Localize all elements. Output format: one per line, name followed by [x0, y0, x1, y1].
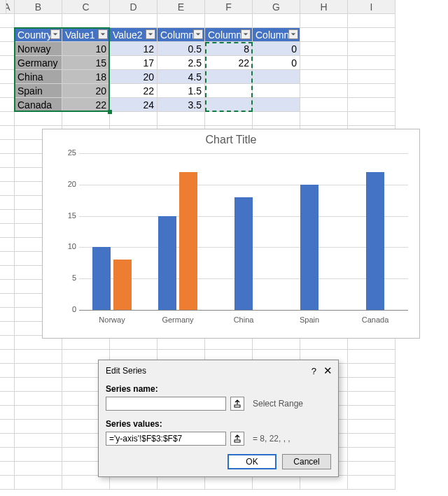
cell[interactable] [348, 112, 396, 126]
cell[interactable] [62, 476, 110, 490]
help-icon[interactable]: ? [312, 366, 316, 376]
cell[interactable] [253, 14, 300, 28]
col-header[interactable]: I [348, 0, 396, 14]
ok-button[interactable]: OK [227, 454, 276, 469]
cell[interactable] [158, 112, 205, 126]
table-cell[interactable]: 8 [205, 42, 253, 56]
cell[interactable] [15, 406, 62, 420]
cell[interactable] [0, 224, 15, 238]
cell[interactable] [0, 420, 15, 434]
table-cell[interactable]: 20 [110, 70, 158, 84]
cell[interactable] [300, 112, 348, 126]
cell[interactable] [15, 434, 62, 448]
table-header[interactable]: Column [253, 28, 300, 42]
cell[interactable] [205, 112, 253, 126]
table-cell[interactable] [205, 70, 253, 84]
cell[interactable] [0, 98, 15, 112]
cell[interactable] [0, 294, 15, 308]
cell[interactable] [0, 280, 15, 294]
table-header[interactable]: Column [205, 28, 253, 42]
table-header[interactable]: Value1 [62, 28, 110, 42]
cell[interactable] [348, 434, 396, 448]
filter-icon[interactable] [288, 29, 298, 39]
cell[interactable] [15, 378, 62, 392]
cell[interactable] [0, 112, 15, 126]
cell[interactable] [300, 56, 348, 70]
cell[interactable] [15, 14, 62, 28]
filter-icon[interactable] [50, 29, 60, 39]
table-cell[interactable] [205, 84, 253, 98]
table-cell[interactable]: 1.5 [158, 84, 205, 98]
range-picker-icon[interactable] [230, 432, 244, 446]
table-cell[interactable]: 17 [110, 56, 158, 70]
cell[interactable] [15, 476, 62, 490]
cell[interactable] [0, 154, 15, 168]
series-values-input[interactable] [106, 432, 226, 446]
cell[interactable] [348, 56, 396, 70]
cell[interactable] [0, 364, 15, 378]
table-cell[interactable]: 0 [253, 56, 300, 70]
table-cell[interactable] [205, 98, 253, 112]
cell[interactable] [348, 42, 396, 56]
cell[interactable] [0, 406, 15, 420]
cell[interactable] [15, 112, 62, 126]
table-cell[interactable]: 22 [205, 56, 253, 70]
cell[interactable] [0, 42, 15, 56]
cell[interactable] [0, 378, 15, 392]
filter-icon[interactable] [146, 29, 155, 39]
cell[interactable] [0, 140, 15, 154]
table-cell[interactable]: China [15, 70, 62, 84]
filter-icon[interactable] [193, 29, 203, 39]
cell[interactable] [300, 14, 348, 28]
table-cell[interactable] [253, 70, 300, 84]
cell[interactable] [15, 350, 62, 364]
cell[interactable] [348, 378, 396, 392]
cell[interactable] [110, 14, 158, 28]
cell[interactable] [0, 56, 15, 70]
table-cell[interactable]: 0 [253, 42, 300, 56]
cell[interactable] [0, 196, 15, 210]
cell[interactable] [348, 70, 396, 84]
cell[interactable] [348, 84, 396, 98]
cell[interactable] [348, 462, 396, 476]
cell[interactable] [110, 476, 158, 490]
cell[interactable] [0, 350, 15, 364]
cell[interactable] [0, 70, 15, 84]
cell[interactable] [300, 28, 348, 42]
table-cell[interactable]: 18 [62, 70, 110, 84]
cell[interactable] [15, 392, 62, 406]
table-cell[interactable]: 10 [62, 42, 110, 56]
cell[interactable] [348, 420, 396, 434]
cell[interactable] [253, 476, 300, 490]
cell[interactable] [0, 392, 15, 406]
cell[interactable] [348, 476, 396, 490]
table-cell[interactable]: 20 [62, 84, 110, 98]
cell[interactable] [0, 448, 15, 462]
cell[interactable] [158, 14, 205, 28]
table-header[interactable]: Column3 [158, 28, 205, 42]
cell[interactable] [205, 476, 253, 490]
cell[interactable] [0, 28, 15, 42]
cell[interactable] [348, 448, 396, 462]
cell[interactable] [300, 476, 348, 490]
cell[interactable] [0, 84, 15, 98]
col-header[interactable]: D [110, 0, 158, 14]
cell[interactable] [0, 14, 15, 28]
col-header[interactable]: C [62, 0, 110, 14]
fill-handle[interactable] [108, 110, 112, 114]
cell[interactable] [158, 476, 205, 490]
cell[interactable] [300, 84, 348, 98]
filter-icon[interactable] [241, 29, 251, 39]
cell[interactable] [348, 364, 396, 378]
table-cell[interactable]: Norway [15, 42, 62, 56]
cell[interactable] [253, 112, 300, 126]
table-cell[interactable]: 12 [110, 42, 158, 56]
cell[interactable] [15, 462, 62, 476]
dialog-titlebar[interactable]: Edit Series?✕ [99, 360, 338, 380]
cell[interactable] [15, 364, 62, 378]
table-cell[interactable]: Canada [15, 98, 62, 112]
cell[interactable] [0, 322, 15, 336]
cell[interactable] [205, 14, 253, 28]
cell[interactable] [348, 14, 396, 28]
table-cell[interactable]: Germany [15, 56, 62, 70]
